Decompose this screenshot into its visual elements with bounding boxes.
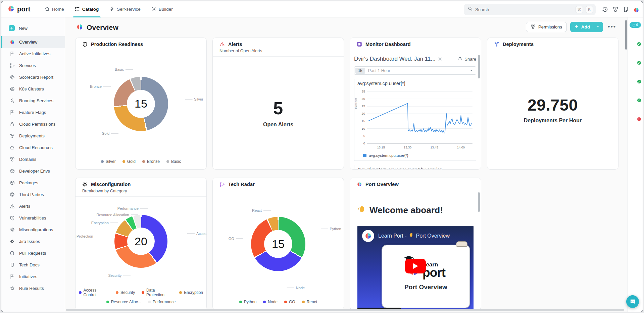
donut-ring[interactable]: 15 bbox=[251, 217, 305, 271]
legend-item-node[interactable]: Node bbox=[263, 300, 278, 304]
svg-text:15: 15 bbox=[362, 119, 365, 123]
chat-launcher[interactable] bbox=[626, 295, 639, 308]
sidebar-item-scorecard-report[interactable]: Scorecard Report bbox=[1, 71, 65, 83]
entity-icon-deploy[interactable]: ✓ bbox=[631, 92, 640, 101]
credits-badge[interactable]: 0 bbox=[630, 22, 641, 28]
open-alerts-label: Open Alerts bbox=[263, 122, 293, 128]
entity-icon-k8s[interactable]: ✓ bbox=[631, 36, 640, 45]
tab-catalog[interactable]: Catalog bbox=[69, 1, 104, 17]
entity-icon-person[interactable]: ✓ bbox=[631, 55, 640, 64]
entity-icon-person[interactable]: ✓ bbox=[631, 73, 640, 82]
dashboard-settings-icon[interactable] bbox=[438, 57, 442, 61]
legend-dot bbox=[79, 291, 82, 294]
sidebar-item-tech-docs[interactable]: Tech Docs bbox=[1, 259, 65, 271]
time-range-selector[interactable]: 1h Past 1 Hour bbox=[354, 66, 476, 75]
horizontal-scrollbar[interactable] bbox=[66, 309, 624, 311]
search-input[interactable] bbox=[475, 7, 573, 12]
legend-item-silver[interactable]: Silver bbox=[101, 159, 116, 164]
sidebar-item-label: Vulnerabilities bbox=[19, 215, 46, 221]
legend-item-encryption[interactable]: Encryption bbox=[179, 288, 203, 297]
sidebar-item-running-services[interactable]: Running Services bbox=[1, 95, 65, 107]
account-avatar[interactable] bbox=[633, 6, 639, 12]
docs-icon[interactable] bbox=[623, 6, 629, 12]
legend-item-basic[interactable]: Basic bbox=[166, 159, 181, 164]
sidebar-item-overview[interactable]: Overview bbox=[1, 36, 65, 48]
brand-name: port bbox=[17, 5, 31, 13]
cpu-line-chart[interactable]: Percent 0510152025303513:1513:3013:4514:… bbox=[354, 88, 476, 153]
new-button[interactable]: New bbox=[1, 22, 65, 34]
sidebar-item-domains[interactable]: Domains bbox=[1, 153, 65, 165]
card-title: Monitor Dashboard bbox=[365, 42, 411, 47]
dropdown-caret-icon bbox=[469, 68, 473, 74]
misconfiguration-donut[interactable]: 20PerformanceResource AllocationEncrypti… bbox=[76, 197, 206, 286]
legend-item-react[interactable]: React bbox=[302, 300, 317, 304]
port-logo-icon bbox=[357, 182, 362, 187]
production-readiness-donut[interactable]: 15BasicBronzeGoldSilver bbox=[76, 50, 206, 157]
cpu-chart-legend[interactable]: avg:system.cpu.user{*} bbox=[354, 153, 476, 161]
vertical-scrollbar[interactable] bbox=[625, 20, 627, 50]
header-actions: Permissions Add ••• bbox=[526, 22, 617, 32]
dashboard-title[interactable]: Dvir's Dashboard Wed, Jan 11... bbox=[354, 56, 436, 62]
sidebar-item-initiatives[interactable]: Initiatives bbox=[1, 271, 65, 283]
sidebar-item-k8s-clusters[interactable]: K8s Clusters bbox=[1, 83, 65, 95]
donut-ring[interactable]: 15 bbox=[114, 77, 168, 131]
tab-self-service[interactable]: Self-service bbox=[104, 1, 146, 17]
video-title[interactable]: Learn Port - Port Overview bbox=[378, 233, 450, 239]
donut-callout-label: Bronze bbox=[90, 84, 111, 88]
service-chart-panel: Avg of system.cpu.user over * by service bbox=[354, 165, 476, 169]
legend-item-bronze[interactable]: Bronze bbox=[142, 159, 160, 164]
legend-item-gold[interactable]: Gold bbox=[122, 159, 136, 164]
more-options-button[interactable]: ••• bbox=[606, 23, 617, 30]
legend-item-go[interactable]: GO bbox=[284, 300, 295, 304]
legend-item-resource-allocation[interactable]: Resource Alloc... bbox=[106, 300, 141, 304]
branch-icon bbox=[10, 63, 15, 68]
legend-item-security[interactable]: Security bbox=[116, 288, 135, 297]
sidebar-item-third-parties[interactable]: Third Parties bbox=[1, 189, 65, 200]
legend-item-python[interactable]: Python bbox=[239, 300, 256, 304]
sidebar-item-pull-requests[interactable]: Pull Requests bbox=[1, 247, 65, 259]
sidebar-item-jira-issues[interactable]: Jira Issues bbox=[1, 236, 65, 247]
legend-label: Bronze bbox=[147, 159, 160, 164]
tech-radar-donut[interactable]: 15ReactPythonGONode bbox=[213, 190, 344, 298]
port-logo[interactable]: port bbox=[1, 5, 39, 14]
tab-home[interactable]: Home bbox=[39, 1, 69, 17]
permissions-button[interactable]: Permissions bbox=[526, 22, 567, 32]
card-alerts: Alerts Number of Open Alerts 5 Open Aler… bbox=[212, 38, 344, 170]
wave-hand-icon bbox=[357, 205, 366, 215]
share-button[interactable]: Share bbox=[458, 56, 476, 62]
sidebar-item-packages[interactable]: Packages bbox=[1, 177, 65, 189]
sidebar-item-cloud-resources[interactable]: Cloud Resources bbox=[1, 142, 65, 153]
org-users-icon[interactable] bbox=[612, 6, 618, 12]
entity-icon-k8s[interactable]: ! bbox=[631, 111, 640, 120]
card-title: Deployments bbox=[503, 42, 534, 47]
legend-swatch bbox=[363, 154, 366, 157]
global-search[interactable]: ⌘ K bbox=[464, 4, 596, 15]
sidebar-item-developer-envs[interactable]: Developer Envs bbox=[1, 165, 65, 177]
add-button[interactable]: Add bbox=[570, 22, 603, 32]
youtube-play-button[interactable] bbox=[405, 259, 426, 273]
card-scrollbar[interactable] bbox=[478, 55, 480, 78]
legend-item-data-protection[interactable]: Data Protection bbox=[142, 288, 172, 297]
svg-text:35: 35 bbox=[362, 90, 365, 93]
sidebar-item-deployments[interactable]: Deployments bbox=[1, 130, 65, 142]
sidebar-item-active-initiatives[interactable]: Active Initiatives bbox=[1, 48, 65, 60]
history-icon[interactable] bbox=[602, 6, 608, 12]
sidebar-item-cloud-permissions[interactable]: Cloud Permissions bbox=[1, 118, 65, 130]
video-title-suffix: Port Overview bbox=[416, 233, 449, 239]
sidebar-item-misconfigurations[interactable]: Misconfigurations bbox=[1, 224, 65, 236]
home-icon bbox=[45, 6, 50, 12]
sidebar-item-alerts[interactable]: Alerts bbox=[1, 200, 65, 212]
tab-builder[interactable]: Builder bbox=[146, 1, 178, 17]
youtube-embed[interactable]: Learn Port - Port Overview bbox=[357, 226, 474, 310]
video-whiteboard: Learn port Port Overview bbox=[382, 245, 470, 308]
sidebar-item-feature-flags[interactable]: Feature Flags bbox=[1, 107, 65, 118]
legend-label: Access Control bbox=[84, 288, 109, 297]
sidebar-item-vulnerabilities[interactable]: Vulnerabilities bbox=[1, 212, 65, 224]
sidebar-item-services[interactable]: Services bbox=[1, 60, 65, 71]
sidebar-item-rule-results[interactable]: Rule Results bbox=[1, 283, 65, 294]
donut-ring[interactable]: 20 bbox=[114, 215, 167, 268]
gear-alert-icon bbox=[82, 182, 88, 187]
legend-item-performance[interactable]: Performance bbox=[148, 300, 176, 304]
legend-item-access-control[interactable]: Access Control bbox=[79, 288, 109, 297]
card-scrollbar[interactable] bbox=[478, 192, 480, 212]
